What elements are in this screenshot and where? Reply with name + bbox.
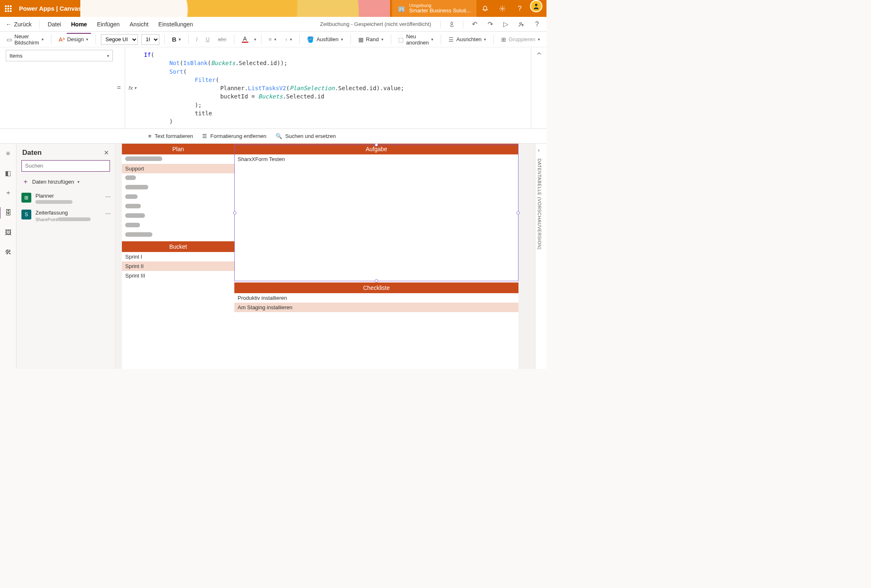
- font-select[interactable]: Segoe UI: [101, 34, 138, 45]
- datasource-icon: S: [21, 210, 31, 219]
- find-label: Suchen und ersetzen: [285, 133, 336, 139]
- notifications-icon[interactable]: [476, 0, 494, 17]
- bold-button[interactable]: B ▾: [169, 34, 183, 44]
- plus-icon: ＋: [22, 177, 29, 186]
- strike-button[interactable]: abc: [215, 35, 229, 44]
- screen-icon: ▭: [7, 36, 12, 43]
- chevron-down-icon[interactable]: ▾: [254, 37, 256, 42]
- list-item[interactable]: [122, 192, 234, 202]
- list-item[interactable]: SharxXForm Testen: [234, 154, 518, 164]
- chevron-down-icon: ▾: [77, 180, 79, 184]
- list-item[interactable]: Produktiv installieren: [234, 293, 518, 303]
- list-item[interactable]: [122, 202, 234, 211]
- settings-icon[interactable]: [494, 0, 511, 17]
- search-input[interactable]: [21, 160, 110, 172]
- group-label: Gruppieren: [509, 36, 535, 42]
- arrange-button[interactable]: ⬚ Neu anordnen ▾: [396, 32, 436, 47]
- formula-collapse[interactable]: [531, 47, 546, 128]
- close-icon[interactable]: ✕: [104, 149, 109, 156]
- undo-icon[interactable]: ↶: [467, 20, 481, 28]
- help-icon[interactable]: ?: [511, 0, 528, 17]
- underline-button[interactable]: U: [203, 35, 212, 44]
- data-source-item[interactable]: ⊞ Planner ⋯: [16, 190, 115, 208]
- plan-list[interactable]: Support: [122, 154, 234, 240]
- design-button[interactable]: Aᵃ Design ▾: [56, 35, 91, 44]
- check-list[interactable]: Produktiv installierenAm Staging install…: [234, 293, 518, 312]
- italic-button[interactable]: I: [194, 35, 200, 44]
- search-icon: 🔍: [276, 133, 282, 139]
- property-label: Items: [9, 53, 23, 59]
- right-rail-label: DATENTABELLE (VORSCHAUVERSION): [537, 159, 542, 250]
- more-icon[interactable]: ⋯: [105, 194, 111, 200]
- find-replace-button[interactable]: 🔍 Suchen und ersetzen: [276, 133, 336, 139]
- group-button[interactable]: ⊞ Gruppieren ▾: [499, 35, 542, 44]
- tab-view[interactable]: Ansicht: [126, 19, 153, 30]
- list-item[interactable]: Sprint II: [122, 261, 234, 271]
- fx-button[interactable]: fx ▾: [125, 47, 140, 128]
- panel-title: Daten: [22, 149, 42, 157]
- list-item[interactable]: [122, 173, 234, 183]
- property-select[interactable]: Items ▾: [6, 50, 113, 61]
- border-button[interactable]: ▦ Rand ▾: [356, 35, 386, 44]
- format-label: Text formatieren: [155, 133, 193, 139]
- list-item[interactable]: [122, 183, 234, 192]
- list-item[interactable]: Sprint III: [122, 271, 234, 280]
- list-item[interactable]: Sprint I: [122, 252, 234, 261]
- tab-file[interactable]: Datei: [44, 19, 65, 30]
- svg-point-2: [520, 22, 521, 24]
- formula-toolbar: ≡ Text formatieren ☰ Formatierung entfer…: [0, 129, 546, 144]
- insert-icon[interactable]: ◧: [0, 168, 16, 179]
- list-item[interactable]: [122, 211, 234, 221]
- clear-icon: ☰: [202, 133, 207, 139]
- properties-rail[interactable]: ‹ DATENTABELLE (VORSCHAUVERSION): [535, 144, 546, 369]
- align-text-button[interactable]: ≡ ▾: [266, 35, 279, 44]
- tab-settings[interactable]: Einstellungen: [154, 19, 197, 30]
- canvas-area: Plan Support Bucket Sprint ISprint IISpr…: [115, 144, 535, 369]
- fx-label: fx: [128, 85, 133, 91]
- waffle-menu[interactable]: [0, 0, 16, 17]
- list-item[interactable]: [122, 154, 234, 164]
- share-icon[interactable]: [514, 21, 528, 28]
- app-canvas[interactable]: Plan Support Bucket Sprint ISprint IISpr…: [122, 144, 518, 369]
- environment-selector[interactable]: 🏢 Umgebung Smarter Business Soluti...: [392, 0, 476, 17]
- environment-icon: 🏢: [398, 5, 405, 12]
- tab-home[interactable]: Home: [67, 19, 91, 30]
- tree-icon[interactable]: ≡: [0, 148, 16, 159]
- list-item[interactable]: Am Staging installieren: [234, 303, 518, 312]
- plus-icon[interactable]: ＋: [0, 187, 16, 199]
- chevron-left-icon[interactable]: ‹: [538, 147, 539, 153]
- help2-icon[interactable]: ?: [530, 21, 544, 28]
- save-status: Zeitbuchung - Gespeichert (nicht veröffe…: [320, 21, 431, 27]
- task-list[interactable]: SharxXForm Testen: [234, 154, 518, 164]
- format-text-button[interactable]: ≡ Text formatieren: [148, 133, 193, 139]
- add-data-button[interactable]: ＋ Daten hinzufügen ▾: [16, 175, 115, 189]
- formula-editor[interactable]: If( Not(IsBlank(Buckets.Selected.id)); S…: [140, 47, 531, 128]
- list-item[interactable]: [122, 221, 234, 230]
- more-icon[interactable]: ⋯: [105, 210, 111, 217]
- font-size-select[interactable]: 16: [141, 34, 159, 45]
- app-checker-icon[interactable]: [445, 21, 459, 28]
- tools-icon[interactable]: 🛠: [0, 247, 16, 258]
- data-icon[interactable]: 🗄: [0, 207, 16, 219]
- palette-icon: Aᵃ: [59, 36, 65, 43]
- add-data-label: Daten hinzufügen: [32, 179, 74, 185]
- bucket-list[interactable]: Sprint ISprint IISprint III: [122, 252, 234, 280]
- new-screen-button[interactable]: ▭ Neuer Bildschirm ▾: [4, 32, 46, 47]
- datasource-icon: ⊞: [21, 193, 31, 203]
- data-source-item[interactable]: S Zeiterfassung SharePoint ⋯: [16, 207, 115, 224]
- remove-format-button[interactable]: ☰ Formatierung entfernen: [202, 133, 266, 139]
- list-item[interactable]: Support: [122, 164, 234, 173]
- back-button[interactable]: ← Zurück: [2, 19, 35, 29]
- fill-button[interactable]: 🪣 Ausfüllen ▾: [304, 35, 345, 44]
- arrange-label: Neu anordnen: [406, 33, 429, 46]
- media-icon[interactable]: 🖼: [0, 227, 16, 238]
- font-color-button[interactable]: A: [239, 34, 251, 44]
- tab-insert[interactable]: Einfügen: [93, 19, 124, 30]
- valign-button[interactable]: ⫞ ▾: [282, 35, 294, 44]
- user-avatar[interactable]: [530, 0, 542, 12]
- play-icon[interactable]: ▷: [499, 20, 513, 28]
- redo-icon[interactable]: ↷: [483, 20, 497, 28]
- list-item[interactable]: [122, 230, 234, 240]
- align-button[interactable]: ☰ Ausrichten ▾: [446, 35, 488, 44]
- remove-label: Formatierung entfernen: [210, 133, 266, 139]
